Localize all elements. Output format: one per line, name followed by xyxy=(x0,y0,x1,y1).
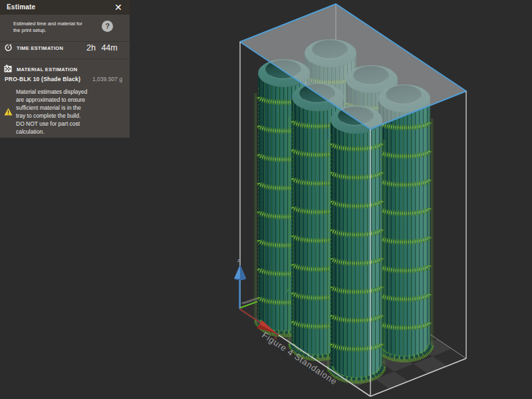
svg-text:Y: Y xyxy=(286,287,290,293)
svg-text:z: z xyxy=(237,258,240,263)
